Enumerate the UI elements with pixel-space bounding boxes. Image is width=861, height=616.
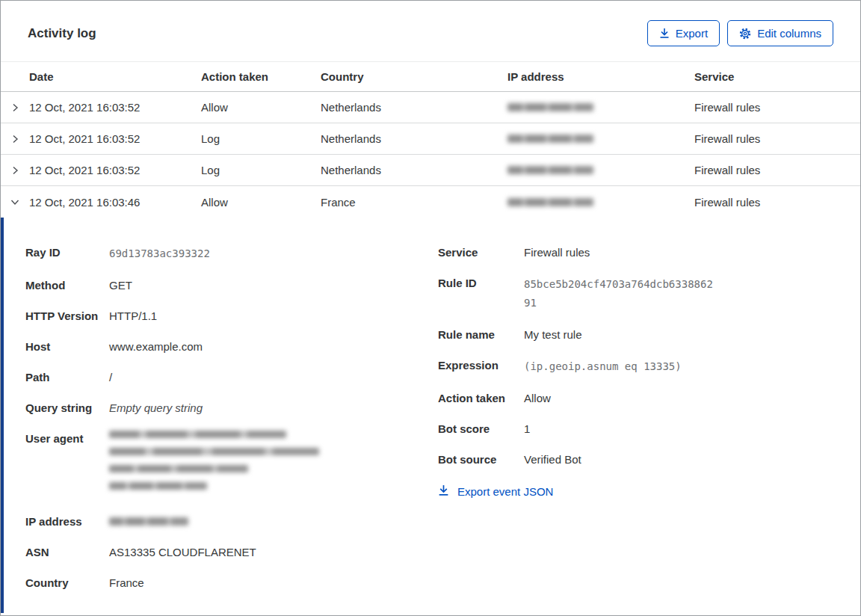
field-value: Verified Bot bbox=[524, 452, 581, 468]
field-label: Bot source bbox=[438, 452, 524, 468]
table-row-expanded[interactable]: 12 Oct, 2021 16:03:46 Allow France Firew… bbox=[1, 186, 860, 218]
field-value: Firewall rules bbox=[524, 244, 590, 261]
field-label: Ray ID bbox=[25, 244, 109, 263]
download-icon bbox=[438, 484, 449, 499]
field-value: My test rule bbox=[524, 327, 582, 343]
field-asn: ASN AS13335 CLOUDFLARENET bbox=[25, 544, 438, 561]
field-action-taken: Action taken Allow bbox=[438, 390, 857, 407]
edit-columns-button-label: Edit columns bbox=[757, 27, 821, 40]
field-value: 85bce5b204cf4703a764dcb633886291 bbox=[524, 275, 717, 312]
cell-action-taken: Allow bbox=[201, 196, 321, 209]
field-label: ASN bbox=[25, 544, 109, 561]
field-expression: Expression (ip.geoip.asnum eq 13335) bbox=[438, 357, 857, 376]
chevron-down-icon[interactable] bbox=[1, 196, 29, 208]
field-value: (ip.geoip.asnum eq 13335) bbox=[524, 357, 682, 376]
field-service: Service Firewall rules bbox=[438, 244, 857, 261]
field-ip-address: IP address bbox=[25, 514, 438, 530]
field-value: HTTP/1.1 bbox=[109, 308, 157, 324]
field-label: Country bbox=[25, 575, 109, 591]
table-row[interactable]: 12 Oct, 2021 16:03:52 Log Netherlands Fi… bbox=[1, 155, 860, 186]
column-header-date: Date bbox=[29, 70, 201, 83]
gear-icon bbox=[739, 28, 751, 40]
redacted-ip-blur bbox=[507, 198, 593, 206]
redacted-ip-blur bbox=[507, 103, 593, 111]
redacted-user-agent-blur bbox=[109, 431, 319, 499]
field-http-version: HTTP Version HTTP/1.1 bbox=[25, 308, 438, 324]
cell-country: Netherlands bbox=[321, 101, 507, 114]
field-ray-id: Ray ID 69d13783ac393322 bbox=[25, 244, 438, 263]
column-header-country: Country bbox=[321, 70, 507, 83]
field-label: Method bbox=[25, 277, 109, 294]
field-rule-id: Rule ID 85bce5b204cf4703a764dcb633886291 bbox=[438, 275, 857, 312]
field-bot-source: Bot source Verified Bot bbox=[438, 452, 857, 468]
detail-right-column: Service Firewall rules Rule ID 85bce5b20… bbox=[438, 244, 857, 613]
cell-action-taken: Log bbox=[201, 132, 321, 145]
cell-date: 12 Oct, 2021 16:03:52 bbox=[29, 164, 201, 176]
cell-country: Netherlands bbox=[321, 164, 507, 176]
field-value: GET bbox=[109, 277, 132, 294]
cell-action-taken: Allow bbox=[201, 101, 321, 114]
chevron-right-icon[interactable] bbox=[1, 102, 29, 114]
cell-service: Firewall rules bbox=[694, 132, 860, 145]
field-value: / bbox=[109, 369, 112, 386]
field-rule-name: Rule name My test rule bbox=[438, 327, 857, 343]
export-event-json-label: Export event JSON bbox=[457, 485, 553, 498]
redacted-ip-blur bbox=[507, 135, 593, 143]
redacted-ip-blur bbox=[507, 166, 593, 174]
field-label: Path bbox=[25, 369, 109, 386]
cell-action-taken: Log bbox=[201, 164, 321, 176]
chevron-right-icon[interactable] bbox=[1, 133, 29, 145]
cell-country: France bbox=[321, 196, 507, 209]
field-value: 69d13783ac393322 bbox=[109, 244, 210, 263]
download-icon bbox=[659, 28, 670, 39]
cell-date: 12 Oct, 2021 16:03:52 bbox=[29, 101, 201, 114]
export-button[interactable]: Export bbox=[647, 20, 720, 46]
table-header-row: Date Action taken Country IP address Ser… bbox=[1, 61, 860, 92]
field-value: 1 bbox=[524, 421, 530, 437]
field-label: User agent bbox=[25, 431, 109, 499]
cell-service: Firewall rules bbox=[694, 196, 860, 209]
column-header-ip-address: IP address bbox=[507, 70, 694, 83]
field-value: AS13335 CLOUDFLARENET bbox=[109, 544, 256, 561]
page-title: Activity log bbox=[28, 26, 96, 41]
field-method: Method GET bbox=[25, 277, 438, 294]
field-host: Host www.example.com bbox=[25, 339, 438, 355]
field-label: Rule name bbox=[438, 327, 524, 343]
toolbar: Export Edit columns bbox=[647, 20, 833, 46]
column-header-action-taken: Action taken bbox=[201, 70, 321, 83]
cell-service: Firewall rules bbox=[694, 164, 860, 176]
field-value: Empty query string bbox=[109, 400, 203, 416]
field-value: www.example.com bbox=[109, 339, 203, 355]
chevron-right-icon[interactable] bbox=[1, 164, 29, 176]
topbar: Activity log Export Edit columns bbox=[1, 1, 860, 46]
export-event-json-link[interactable]: Export event JSON bbox=[438, 484, 857, 499]
export-button-label: Export bbox=[676, 27, 708, 40]
field-label: Bot score bbox=[438, 421, 524, 437]
cell-date: 12 Oct, 2021 16:03:52 bbox=[29, 132, 201, 145]
redacted-ip-blur bbox=[109, 514, 188, 530]
field-label: Query string bbox=[25, 400, 109, 416]
field-value: Allow bbox=[524, 390, 551, 407]
field-label: Host bbox=[25, 339, 109, 355]
field-path: Path / bbox=[25, 369, 438, 386]
event-detail-panel: Ray ID 69d13783ac393322 Method GET HTTP … bbox=[1, 218, 860, 613]
field-label: Action taken bbox=[438, 390, 524, 407]
cell-service: Firewall rules bbox=[694, 101, 860, 114]
field-query-string: Query string Empty query string bbox=[25, 400, 438, 416]
field-label: IP address bbox=[25, 514, 109, 530]
table-row[interactable]: 12 Oct, 2021 16:03:52 Log Netherlands Fi… bbox=[1, 123, 860, 155]
field-label: Rule ID bbox=[438, 275, 524, 312]
field-label: HTTP Version bbox=[25, 308, 109, 324]
column-header-service: Service bbox=[694, 70, 860, 83]
field-label: Expression bbox=[438, 357, 524, 376]
activity-log-panel: Activity log Export Edit columns Date Ac… bbox=[0, 0, 861, 616]
edit-columns-button[interactable]: Edit columns bbox=[727, 20, 833, 46]
cell-date: 12 Oct, 2021 16:03:46 bbox=[29, 196, 201, 209]
table-row[interactable]: 12 Oct, 2021 16:03:52 Allow Netherlands … bbox=[1, 92, 860, 123]
field-label: Service bbox=[438, 244, 524, 261]
detail-left-column: Ray ID 69d13783ac393322 Method GET HTTP … bbox=[25, 244, 438, 613]
field-user-agent: User agent bbox=[25, 431, 438, 499]
cell-country: Netherlands bbox=[321, 132, 507, 145]
field-country: Country France bbox=[25, 575, 438, 591]
field-bot-score: Bot score 1 bbox=[438, 421, 857, 437]
